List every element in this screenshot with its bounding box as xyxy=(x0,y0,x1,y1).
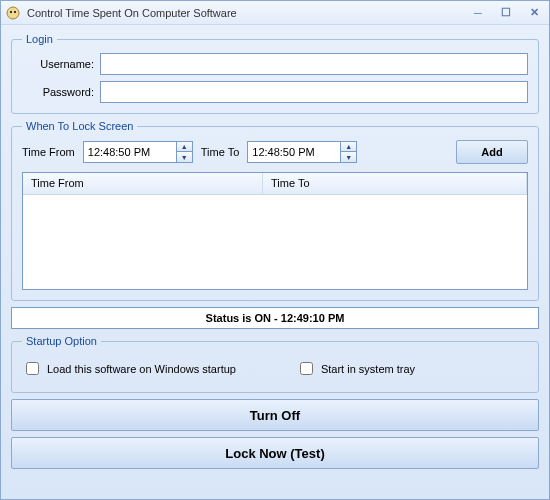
svg-point-0 xyxy=(7,7,19,19)
titlebar: Control Time Spent On Computer Software … xyxy=(1,1,549,25)
maximize-button[interactable]: ☐ xyxy=(495,5,517,21)
startup-opt1-label: Load this software on Windows startup xyxy=(47,363,236,375)
svg-point-2 xyxy=(14,11,16,13)
lockscreen-group: When To Lock Screen Time From ▲ ▼ Time T… xyxy=(11,120,539,301)
time-to-up-icon[interactable]: ▲ xyxy=(340,142,356,152)
password-label: Password: xyxy=(22,86,94,98)
list-header: Time From Time To xyxy=(23,173,527,195)
close-button[interactable]: ✕ xyxy=(523,5,545,21)
startup-group: Startup Option Load this software on Win… xyxy=(11,335,539,393)
startup-opt2[interactable]: Start in system tray xyxy=(296,359,415,378)
startup-opt1[interactable]: Load this software on Windows startup xyxy=(22,359,236,378)
startup-opt2-checkbox[interactable] xyxy=(300,362,313,375)
time-to-label: Time To xyxy=(201,146,240,158)
time-from-spinner[interactable]: ▲ ▼ xyxy=(83,141,193,163)
col-time-from[interactable]: Time From xyxy=(23,173,263,194)
time-to-input[interactable] xyxy=(248,142,340,162)
add-button[interactable]: Add xyxy=(456,140,528,164)
time-to-down-icon[interactable]: ▼ xyxy=(340,152,356,162)
col-time-to[interactable]: Time To xyxy=(263,173,527,194)
content-area: Login Username: Password: When To Lock S… xyxy=(1,25,549,499)
username-input[interactable] xyxy=(100,53,528,75)
turn-off-button[interactable]: Turn Off xyxy=(11,399,539,431)
startup-legend: Startup Option xyxy=(22,335,101,347)
time-from-input[interactable] xyxy=(84,142,176,162)
svg-point-1 xyxy=(10,11,12,13)
lockscreen-legend: When To Lock Screen xyxy=(22,120,137,132)
login-legend: Login xyxy=(22,33,57,45)
time-to-spinner[interactable]: ▲ ▼ xyxy=(247,141,357,163)
username-label: Username: xyxy=(22,58,94,70)
app-window: Control Time Spent On Computer Software … xyxy=(0,0,550,500)
time-ranges-list[interactable]: Time From Time To xyxy=(22,172,528,290)
time-from-up-icon[interactable]: ▲ xyxy=(176,142,192,152)
login-group: Login Username: Password: xyxy=(11,33,539,114)
lock-now-button[interactable]: Lock Now (Test) xyxy=(11,437,539,469)
time-from-down-icon[interactable]: ▼ xyxy=(176,152,192,162)
status-bar: Status is ON - 12:49:10 PM xyxy=(11,307,539,329)
app-icon xyxy=(5,5,21,21)
time-from-label: Time From xyxy=(22,146,75,158)
startup-opt2-label: Start in system tray xyxy=(321,363,415,375)
startup-opt1-checkbox[interactable] xyxy=(26,362,39,375)
window-title: Control Time Spent On Computer Software xyxy=(27,7,467,19)
password-input[interactable] xyxy=(100,81,528,103)
minimize-button[interactable]: ─ xyxy=(467,5,489,21)
